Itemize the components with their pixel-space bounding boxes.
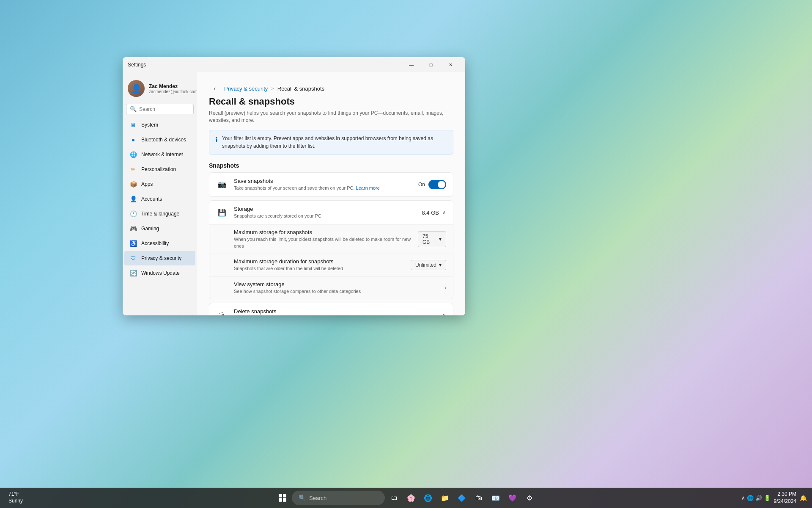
taskbar-mail-icon[interactable]: 📧	[488, 490, 503, 505]
taskbar-settings-icon[interactable]: ⚙	[522, 490, 537, 505]
title-bar-controls: — □ ✕	[402, 57, 460, 72]
taskbar-files-icon[interactable]: 🗂	[387, 490, 402, 505]
taskbar-edge-icon[interactable]: 🔷	[454, 490, 469, 505]
view-system-storage-desc: See how snapshot storage compares to oth…	[234, 288, 361, 295]
taskbar-search[interactable]: 🔍 Search	[292, 491, 385, 505]
minimize-button[interactable]: —	[402, 57, 421, 72]
weather-temp: 71°F	[8, 491, 19, 498]
storage-action: 8.4 GB ∧	[422, 210, 446, 216]
delete-snapshots-row[interactable]: 🗑 Delete snapshots You can delete snapsh…	[209, 303, 453, 315]
title-bar-left: Settings	[128, 62, 146, 68]
system-icon: 🖥	[129, 121, 137, 129]
maximize-button[interactable]: □	[421, 57, 441, 72]
apps-icon: 📦	[129, 180, 137, 188]
breadcrumb-parent[interactable]: Privacy & security	[224, 86, 268, 92]
delete-snapshots-chevron[interactable]: ∨	[442, 312, 446, 315]
max-storage-desc: When you reach this limit, your oldest s…	[234, 236, 418, 249]
max-storage-row: Maximum storage for snapshots When you r…	[209, 225, 453, 254]
sidebar-item-bluetooth-label: Bluetooth & devices	[141, 137, 186, 143]
chevron-up-icon[interactable]: ∧	[741, 495, 745, 501]
start-button[interactable]	[275, 490, 290, 505]
search-icon: 🔍	[130, 106, 137, 112]
sidebar: 👤 Zac Mendez zacmendez@outlook.com 🔍 🖥 S…	[123, 72, 197, 315]
personalization-icon: ✏	[129, 166, 137, 173]
max-storage-chevron: ▾	[439, 236, 442, 242]
close-button[interactable]: ✕	[441, 57, 460, 72]
user-profile[interactable]: 👤 Zac Mendez zacmendez@outlook.com	[123, 76, 197, 104]
sidebar-item-personalization[interactable]: ✏ Personalization	[124, 162, 195, 177]
max-duration-chevron: ▾	[439, 262, 442, 268]
view-system-storage-content: View system storage See how snapshot sto…	[234, 281, 446, 295]
save-snapshots-action: On	[418, 180, 446, 189]
avatar-image: 👤	[128, 80, 145, 97]
save-snapshots-row: 📷 Save snapshots Take snapshots of your …	[209, 173, 453, 196]
clock-time: 2:30 PM	[777, 491, 796, 498]
settings-body: 👤 Zac Mendez zacmendez@outlook.com 🔍 🖥 S…	[123, 72, 465, 315]
max-storage-value: 75 GB	[422, 233, 436, 245]
max-duration-info: Maximum storage duration for snapshots S…	[234, 258, 343, 272]
sidebar-item-accessibility[interactable]: ♿ Accessibility	[124, 236, 195, 251]
sidebar-item-accessibility-label: Accessibility	[141, 240, 169, 246]
save-snapshots-learn-more[interactable]: Learn more	[356, 185, 380, 190]
sidebar-item-update[interactable]: 🔄 Windows Update	[124, 266, 195, 280]
sidebar-item-apps-label: Apps	[141, 181, 153, 187]
view-system-storage-row[interactable]: View system storage See how snapshot sto…	[209, 277, 453, 299]
taskbar-store-icon[interactable]: 🛍	[471, 490, 486, 505]
clock[interactable]: 2:30 PM 9/24/2024	[774, 491, 796, 505]
save-snapshots-toggle[interactable]	[428, 180, 446, 189]
storage-chevron-up[interactable]: ∧	[442, 210, 446, 215]
notification-icon[interactable]: 🔔	[800, 494, 807, 501]
clock-date: 9/24/2024	[774, 498, 796, 505]
taskbar-center: 🔍 Search 🗂 🌸 🌐 📁 🔷 🛍 📧 💜 ⚙	[275, 490, 537, 505]
save-snapshots-toggle-label: On	[418, 182, 425, 188]
storage-row[interactable]: 💾 Storage Snapshots are securely stored …	[209, 201, 453, 225]
breadcrumb: ‹ Privacy & security > Recall & snapshot…	[209, 83, 453, 94]
back-button[interactable]: ‹	[209, 83, 221, 94]
sidebar-search-box[interactable]: 🔍	[126, 104, 194, 114]
weather-widget[interactable]: 71°F Sunny	[5, 491, 26, 504]
search-input[interactable]	[139, 106, 190, 112]
sidebar-item-update-label: Windows Update	[141, 270, 180, 276]
sidebar-item-personalization-label: Personalization	[141, 166, 176, 172]
sidebar-item-apps[interactable]: 📦 Apps	[124, 177, 195, 191]
save-snapshots-title: Save snapshots	[234, 178, 412, 184]
delete-snapshots-icon: 🗑	[216, 309, 228, 315]
sidebar-item-system[interactable]: 🖥 System	[124, 118, 195, 132]
view-system-storage-chevron[interactable]: ›	[444, 285, 446, 291]
user-info: Zac Mendez zacmendez@outlook.com	[149, 83, 197, 94]
sidebar-item-privacy[interactable]: 🛡 Privacy & security	[124, 251, 195, 265]
user-name: Zac Mendez	[149, 83, 197, 89]
sidebar-item-time-label: Time & language	[141, 211, 179, 217]
max-duration-dropdown[interactable]: Unlimited ▾	[411, 260, 446, 270]
sidebar-item-gaming[interactable]: 🎮 Gaming	[124, 221, 195, 236]
user-email: zacmendez@outlook.com	[149, 89, 197, 94]
sidebar-item-bluetooth[interactable]: ● Bluetooth & devices	[124, 133, 195, 147]
taskbar-explorer-icon[interactable]: 📁	[437, 490, 453, 505]
sidebar-item-gaming-label: Gaming	[141, 226, 159, 232]
privacy-icon: 🛡	[129, 254, 137, 262]
delete-snapshots-title: Delete snapshots	[234, 308, 436, 315]
battery-icon[interactable]: 🔋	[764, 495, 771, 501]
max-duration-value: Unlimited	[415, 262, 436, 268]
storage-icon: 💾	[216, 207, 228, 218]
snapshots-section-title: Snapshots	[209, 162, 453, 169]
view-system-storage-title: View system storage	[234, 281, 361, 287]
volume-icon[interactable]: 🔊	[755, 495, 762, 501]
sidebar-item-accounts-label: Accounts	[141, 196, 162, 202]
update-icon: 🔄	[129, 269, 137, 277]
sidebar-item-time[interactable]: 🕐 Time & language	[124, 207, 195, 221]
taskbar-teams-icon[interactable]: 💜	[505, 490, 520, 505]
delete-snapshots-content: Delete snapshots You can delete snapshot…	[234, 308, 436, 315]
save-snapshots-content: Save snapshots Take snapshots of your sc…	[234, 178, 412, 191]
sidebar-item-accounts[interactable]: 👤 Accounts	[124, 192, 195, 206]
sidebar-item-network[interactable]: 🌐 Network & internet	[124, 147, 195, 162]
max-duration-content: Maximum storage duration for snapshots S…	[234, 258, 446, 272]
taskbar-browser-icon[interactable]: 🌐	[420, 490, 436, 505]
network-tray-icon[interactable]: 🌐	[747, 495, 754, 501]
svg-rect-0	[279, 494, 282, 497]
taskbar-photos-icon[interactable]: 🌸	[403, 490, 419, 505]
svg-rect-1	[283, 494, 286, 497]
max-storage-dropdown[interactable]: 75 GB ▾	[418, 231, 446, 247]
max-duration-title: Maximum storage duration for snapshots	[234, 258, 343, 265]
taskbar-left: 71°F Sunny	[0, 491, 26, 504]
